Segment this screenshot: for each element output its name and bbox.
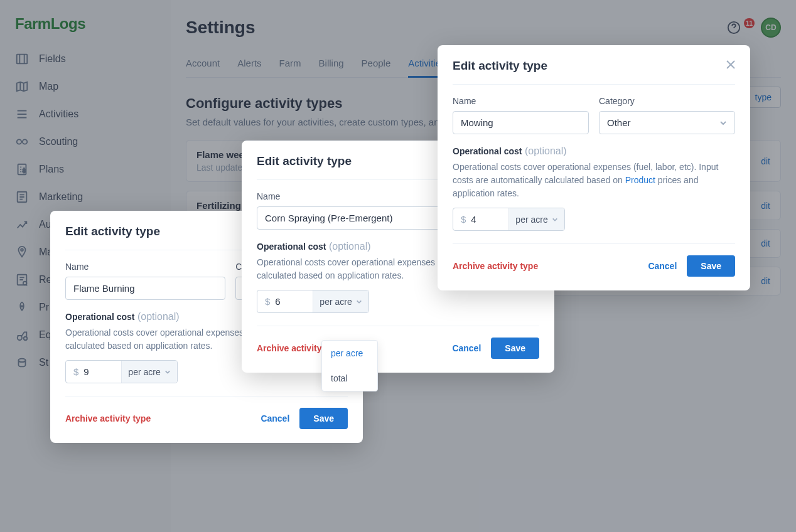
cost-input-group: $ per acre: [257, 290, 369, 313]
cost-input-group: $ per acre: [453, 208, 565, 231]
archive-button[interactable]: Archive activity type: [65, 413, 151, 423]
cancel-button[interactable]: Cancel: [648, 261, 677, 271]
unit-select[interactable]: per acre: [313, 290, 368, 312]
cancel-button[interactable]: Cancel: [452, 343, 481, 353]
cost-input-group: $ per acre: [65, 360, 178, 383]
close-icon[interactable]: [725, 59, 736, 70]
product-link[interactable]: Product: [625, 175, 655, 185]
name-input[interactable]: [65, 277, 225, 300]
op-cost-title: Operational cost: [453, 146, 522, 156]
optional-label: (optional): [134, 311, 179, 322]
archive-button[interactable]: Archive activity type: [453, 261, 538, 271]
name-label: Name: [453, 96, 589, 106]
save-button[interactable]: Save: [491, 338, 539, 359]
currency-prefix: $: [453, 208, 471, 230]
edit-activity-modal-3: Edit activity type Name Category Other O…: [438, 45, 750, 290]
op-cost-title: Operational cost: [257, 242, 326, 252]
chevron-down-icon: [356, 299, 362, 305]
archive-button[interactable]: Archive activity: [257, 343, 322, 353]
cancel-button[interactable]: Cancel: [261, 413, 289, 423]
dropdown-option-per-acre[interactable]: per acre: [322, 341, 377, 366]
chevron-down-icon: [164, 369, 171, 375]
save-button[interactable]: Save: [687, 255, 735, 277]
chevron-down-icon: [552, 216, 558, 223]
optional-label: (optional): [522, 146, 566, 156]
save-button[interactable]: Save: [299, 408, 348, 429]
optional-label: (optional): [326, 241, 370, 252]
category-label: Category: [599, 96, 735, 106]
category-select[interactable]: Other: [599, 111, 735, 134]
name-label: Name: [257, 191, 444, 201]
name-label: Name: [65, 262, 225, 272]
name-input[interactable]: [257, 206, 444, 230]
modal-title: Edit activity type: [453, 59, 735, 73]
name-input[interactable]: [453, 111, 589, 134]
dropdown-option-total[interactable]: total: [322, 366, 377, 391]
cost-input[interactable]: [275, 290, 313, 312]
currency-prefix: $: [257, 290, 275, 312]
chevron-down-icon: [719, 119, 727, 127]
unit-select[interactable]: per acre: [508, 208, 564, 230]
op-cost-description: Operational costs cover operational expe…: [453, 161, 735, 200]
currency-prefix: $: [66, 361, 83, 383]
op-cost-title: Operational cost: [65, 312, 134, 322]
unit-dropdown: per acre total: [321, 340, 378, 391]
cost-input[interactable]: [471, 208, 508, 230]
cost-input[interactable]: [83, 361, 121, 383]
unit-select[interactable]: per acre: [121, 361, 176, 383]
